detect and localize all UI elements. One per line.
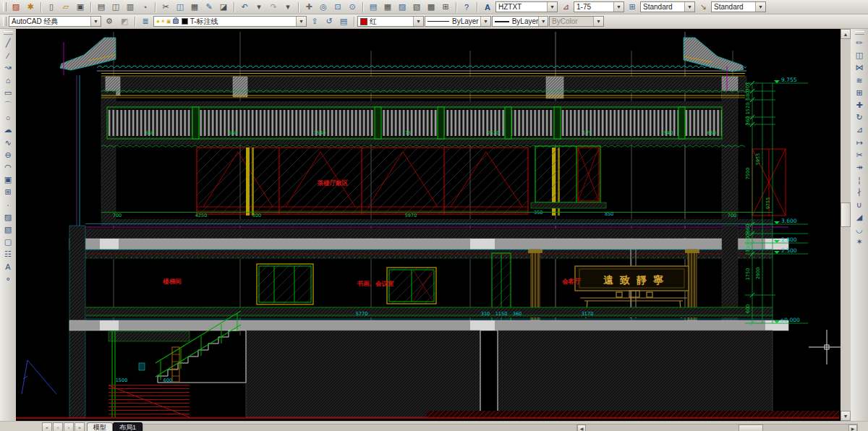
fillet-icon[interactable]: ◡ (853, 223, 867, 236)
array-icon[interactable]: ⊞ (853, 87, 867, 99)
erase-icon[interactable]: ✏ (853, 37, 867, 49)
layer-properties-icon[interactable]: ≣ (138, 15, 153, 28)
zoom-window-icon[interactable]: ⊡ (331, 1, 345, 14)
dropdown-arrow-icon[interactable]: ▼ (547, 2, 557, 12)
point-icon[interactable]: ∙ (1, 198, 15, 210)
redo-icon[interactable]: ↷ (266, 1, 281, 14)
tab-last-button[interactable]: » (75, 422, 85, 431)
color-combobox[interactable]: 红▼ (357, 16, 424, 27)
layer-combobox[interactable]: ● ☀ ▣ T-标注线 ▼ (153, 16, 307, 27)
stretch-icon[interactable]: ↦ (853, 137, 867, 149)
cut-icon[interactable]: ✂ (158, 1, 173, 14)
balustrade[interactable]: 650 650 1540 175 2520 175 1540 650 (107, 101, 722, 145)
rectangle-icon[interactable]: ▭ (1, 87, 15, 99)
drawing-canvas[interactable]: 650 650 1540 175 2520 175 1540 650 (16, 29, 841, 421)
pdf-export-icon[interactable]: ▨ (9, 1, 23, 14)
vertical-scrollbar[interactable]: ▲ ▼ (841, 29, 851, 421)
timber-post[interactable] (246, 148, 250, 216)
tab-next-button[interactable]: › (64, 422, 74, 431)
scroll-right-button[interactable]: ▶ (848, 424, 857, 431)
line-icon[interactable]: ╱ (1, 37, 15, 49)
vertical-scroll-thumb[interactable] (841, 202, 851, 227)
ellipse-icon[interactable]: ⊖ (1, 149, 15, 161)
paste-icon[interactable]: ▦ (187, 1, 202, 14)
mirror-icon[interactable]: ⋈ (853, 61, 867, 74)
make-object-layer-current-icon[interactable]: ⇪ (307, 15, 322, 28)
lineweight-combobox[interactable]: ByLayer▼ (492, 16, 548, 27)
dropdown-arrow-icon[interactable]: ▼ (613, 2, 624, 12)
text-style-combobox[interactable]: HZTXT▼ (495, 1, 558, 12)
dropdown-arrow-icon[interactable]: ▼ (480, 17, 490, 26)
etransmit-icon[interactable]: ◔ (137, 1, 152, 14)
polyline-icon[interactable]: ↝ (1, 61, 15, 74)
save-icon[interactable]: ▣ (73, 1, 88, 14)
chamfer-icon[interactable]: ◢ (853, 211, 867, 223)
vertical-scroll-track[interactable] (841, 39, 851, 411)
match-properties-icon[interactable]: ✎ (202, 1, 216, 14)
mleader-style-combobox[interactable]: Standard▼ (711, 1, 766, 12)
toolbar-grip[interactable] (3, 2, 7, 12)
dropdown-arrow-icon[interactable]: ▼ (413, 17, 423, 26)
layer-color-swatch[interactable] (182, 18, 188, 25)
workspace-settings-icon[interactable]: ⚙ (102, 15, 116, 28)
lower-window-1[interactable]: 350 1150 350 (257, 264, 313, 312)
construction-line-icon[interactable]: ∕ (1, 49, 15, 61)
mleader-style-icon[interactable]: ↘ (696, 1, 710, 14)
scale-icon[interactable]: ⊿ (853, 124, 867, 136)
toolbar-grip[interactable] (855, 31, 864, 35)
roof-column[interactable] (233, 77, 247, 97)
insert-block-icon[interactable]: ▣ (1, 174, 15, 186)
text-style-icon[interactable]: A (480, 1, 495, 14)
offset-icon[interactable]: ≋ (853, 74, 867, 87)
zoom-previous-icon[interactable]: ⊙ (345, 1, 359, 14)
dropdown-arrow-icon[interactable]: ▼ (538, 17, 548, 26)
move-icon[interactable]: ✚ (853, 99, 867, 111)
ground-hatch-strip[interactable] (427, 411, 839, 418)
dimension-chain[interactable]: 305 580 1520 360 7500 660 900 300 1750 6… (745, 77, 808, 325)
dim-style-icon[interactable]: ⊿ (558, 1, 573, 14)
slope-triangle[interactable] (22, 360, 56, 394)
scroll-down-button[interactable]: ▼ (841, 411, 851, 421)
gradient-icon[interactable]: ▧ (1, 223, 15, 236)
layer-thaw-sun-icon[interactable]: ☀ (161, 19, 166, 25)
trim-icon[interactable]: ✂ (853, 149, 867, 161)
tab-first-button[interactable]: « (42, 422, 52, 431)
table-icon[interactable]: ☷ (1, 248, 15, 260)
floor-slab[interactable] (69, 229, 788, 249)
dropdown-arrow-icon[interactable]: ▼ (296, 17, 306, 26)
redo-dropdown-icon[interactable]: ▾ (281, 1, 295, 14)
tab-layout1[interactable]: 布局1 (113, 422, 142, 431)
arc-icon[interactable]: ⌒ (1, 99, 15, 111)
extend-icon[interactable]: ↠ (853, 161, 867, 174)
new-icon[interactable]: ▯ (44, 1, 59, 14)
plaque[interactable]: 遠致靜寧 (575, 266, 689, 291)
tab-prev-button[interactable]: ‹ (53, 422, 63, 431)
plot-icon[interactable]: ▤ (94, 1, 109, 14)
dropdown-arrow-icon[interactable]: ▼ (755, 2, 765, 12)
workspace-combobox[interactable]: AutoCAD 经典▼ (9, 16, 101, 27)
horizontal-scroll-thumb[interactable] (739, 424, 763, 431)
mtext-icon[interactable]: A (1, 260, 15, 273)
designcenter-icon[interactable]: ▦ (380, 1, 395, 14)
layer-on-bulb-icon[interactable]: ● (156, 19, 160, 25)
break-icon[interactable]: ∤ (853, 186, 867, 198)
ellipse-arc-icon[interactable]: ◠ (1, 161, 15, 174)
publish-icon[interactable]: ▥ (123, 1, 137, 14)
help-icon[interactable]: ? (459, 1, 474, 14)
toolbar-grip[interactable] (4, 31, 13, 35)
rotate-icon[interactable]: ↻ (853, 111, 867, 124)
horizontal-scroll-track[interactable] (586, 424, 848, 431)
layer-previous-icon[interactable]: ↺ (322, 15, 336, 28)
tab-model[interactable]: 模型 (87, 422, 113, 431)
linetype-combobox[interactable]: ByLayer▼ (425, 16, 491, 27)
block-editor-icon[interactable]: ◪ (216, 1, 231, 14)
elevation-drawing[interactable]: 650 650 1540 175 2520 175 1540 650 (16, 29, 841, 421)
break-at-point-icon[interactable]: ¦ (853, 174, 867, 186)
layer-states-icon[interactable]: ▤ (336, 15, 351, 28)
undo-dropdown-icon[interactable]: ▾ (252, 1, 266, 14)
upper-window-wall[interactable]: 茶楼厅敞区 (197, 148, 560, 216)
scroll-left-button[interactable]: ◀ (577, 424, 586, 431)
dropdown-arrow-icon[interactable]: ▼ (90, 17, 101, 26)
region-icon[interactable]: ▢ (1, 236, 15, 248)
lower-window-2[interactable] (387, 268, 436, 304)
